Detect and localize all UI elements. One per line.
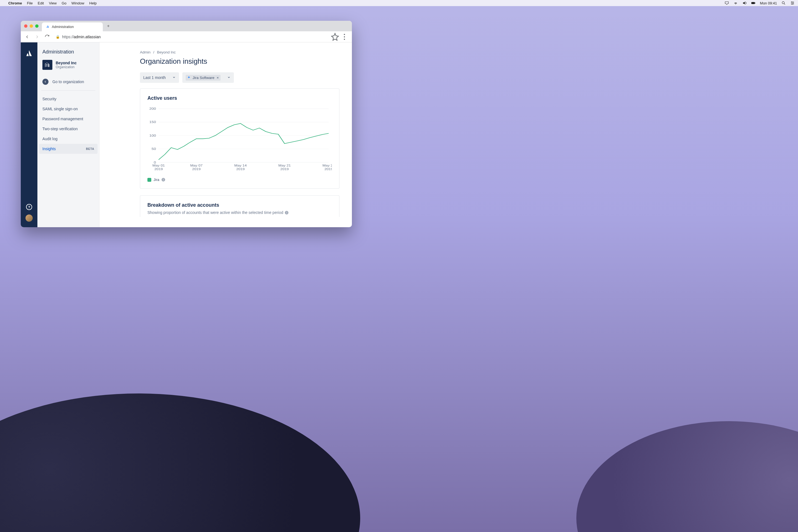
- chart-legend: Jira i: [147, 177, 332, 182]
- svg-point-10: [344, 34, 345, 35]
- beta-badge: BETA: [86, 147, 94, 150]
- page-title: Organization insights: [140, 57, 339, 66]
- menubar-help[interactable]: Help: [89, 1, 97, 5]
- time-range-label: Last 1 month: [143, 75, 166, 80]
- svg-text:May 212019: May 212019: [279, 164, 291, 171]
- back-button[interactable]: [23, 33, 31, 41]
- bookmark-button[interactable]: [331, 33, 339, 41]
- sidebar-divider: [41, 90, 95, 91]
- go-to-organization-link[interactable]: Go to organization: [37, 75, 99, 90]
- sidebar-nav-list: Security SAML single sign-on Password ma…: [37, 94, 99, 154]
- sidebar-item-password[interactable]: Password management: [37, 114, 99, 124]
- sidebar: Administration Beyond Inc Organization G…: [37, 42, 99, 227]
- sidebar-item-label: Two-step verification: [42, 127, 78, 131]
- help-icon[interactable]: ?: [26, 204, 32, 210]
- arrow-left-circle-icon: [42, 79, 49, 85]
- legend-swatch: [147, 178, 151, 182]
- user-avatar[interactable]: [25, 214, 33, 222]
- breadcrumb-separator: /: [153, 50, 154, 54]
- org-type: Organization: [56, 65, 76, 69]
- legend-label: Jira: [153, 177, 159, 182]
- svg-text:50: 50: [152, 147, 156, 151]
- control-center-icon[interactable]: [790, 1, 795, 5]
- menubar-go[interactable]: Go: [61, 1, 66, 5]
- remove-chip-icon[interactable]: ×: [217, 76, 219, 80]
- menubar-window[interactable]: Window: [72, 1, 84, 5]
- maximize-window-button[interactable]: [35, 24, 39, 28]
- sidebar-item-saml[interactable]: SAML single sign-on: [37, 104, 99, 114]
- airplay-icon[interactable]: [725, 1, 729, 5]
- time-range-filter[interactable]: Last 1 month: [140, 72, 179, 83]
- browser-tab[interactable]: Administration: [42, 22, 103, 31]
- atlassian-favicon-icon: [46, 25, 50, 30]
- atlassian-logo-icon[interactable]: [25, 50, 33, 58]
- svg-point-9: [792, 4, 793, 5]
- svg-text:100: 100: [149, 134, 156, 137]
- go-org-label: Go to organization: [52, 79, 84, 84]
- breakdown-card: Breakdown of active accounts Showing pro…: [140, 195, 339, 217]
- product-chip-label: Jira Software: [193, 76, 214, 80]
- app-content: ? Administration Beyond Inc Organization: [21, 42, 352, 227]
- svg-rect-0: [751, 2, 755, 4]
- url-bar: 🔒 https://admin.atlassian: [21, 31, 352, 42]
- product-chip: Jira Software ×: [186, 75, 221, 81]
- main-panel: Admin / Beyond Inc Organization insights…: [99, 42, 352, 227]
- tab-title: Administration: [52, 25, 74, 29]
- active-users-chart: 050100150200May 012019May 072019May 1420…: [147, 106, 332, 174]
- sidebar-item-insights[interactable]: Insights BETA: [39, 144, 97, 154]
- svg-point-8: [793, 3, 794, 4]
- macos-menubar: Chrome File Edit View Go Window Help Mon…: [0, 0, 798, 6]
- card2-subtitle-text: Showing proportion of accounts that were…: [147, 210, 283, 215]
- org-name: Beyond Inc: [56, 61, 76, 65]
- lock-icon: 🔒: [56, 35, 60, 39]
- svg-text:May 012019: May 012019: [152, 164, 165, 171]
- menubar-view[interactable]: View: [49, 1, 57, 5]
- card2-subtitle: Showing proportion of accounts that were…: [147, 210, 332, 215]
- tab-strip: Administration +: [21, 21, 352, 31]
- org-block[interactable]: Beyond Inc Organization: [37, 60, 99, 75]
- svg-point-11: [344, 36, 345, 37]
- info-icon[interactable]: i: [285, 211, 288, 214]
- battery-icon[interactable]: [751, 1, 756, 5]
- close-window-button[interactable]: [24, 24, 27, 28]
- svg-text:150: 150: [149, 120, 156, 124]
- wifi-icon[interactable]: [734, 1, 738, 5]
- sidebar-item-label: Password management: [42, 117, 83, 121]
- chevron-down-icon: [172, 75, 176, 80]
- sidebar-item-label: SAML single sign-on: [42, 107, 78, 111]
- svg-line-3: [784, 4, 785, 4]
- chevron-down-icon: [227, 75, 230, 80]
- svg-text:May 282019: May 282019: [323, 164, 332, 171]
- sidebar-item-two-step[interactable]: Two-step verification: [37, 124, 99, 134]
- active-users-card: Active users 050100150200May 012019May 0…: [140, 89, 339, 189]
- svg-text:200: 200: [149, 107, 156, 111]
- browser-window: Administration + 🔒 https://admin.atlassi…: [21, 21, 352, 227]
- breadcrumb-admin[interactable]: Admin: [140, 50, 150, 54]
- product-filter[interactable]: Jira Software ×: [182, 72, 234, 83]
- spotlight-icon[interactable]: [781, 1, 786, 5]
- minimize-window-button[interactable]: [30, 24, 33, 28]
- breadcrumb-current: Beyond Inc: [157, 50, 176, 54]
- forward-button[interactable]: [33, 33, 41, 41]
- menubar-edit[interactable]: Edit: [38, 1, 44, 5]
- sidebar-title: Administration: [37, 49, 99, 60]
- browser-menu-button[interactable]: [340, 33, 348, 41]
- menubar-file[interactable]: File: [27, 1, 33, 5]
- svg-text:May 142019: May 142019: [234, 164, 247, 171]
- filters-row: Last 1 month Jira Software ×: [140, 72, 339, 83]
- sidebar-item-security[interactable]: Security: [37, 94, 99, 104]
- menubar-app-name[interactable]: Chrome: [8, 1, 22, 5]
- volume-icon[interactable]: [742, 1, 747, 5]
- jira-icon: [187, 76, 191, 79]
- window-controls: [24, 24, 39, 28]
- svg-point-7: [791, 2, 792, 2]
- url-text: https://admin.atlassian: [62, 35, 100, 39]
- reload-button[interactable]: [43, 33, 51, 41]
- menubar-clock[interactable]: Mon 09:41: [760, 1, 777, 5]
- url-field[interactable]: 🔒 https://admin.atlassian: [53, 35, 329, 39]
- info-icon[interactable]: i: [162, 178, 165, 182]
- new-tab-button[interactable]: +: [104, 22, 112, 30]
- svg-text:May 072019: May 072019: [190, 164, 203, 171]
- sidebar-item-audit-log[interactable]: Audit log: [37, 134, 99, 144]
- nav-rail: ?: [21, 42, 37, 227]
